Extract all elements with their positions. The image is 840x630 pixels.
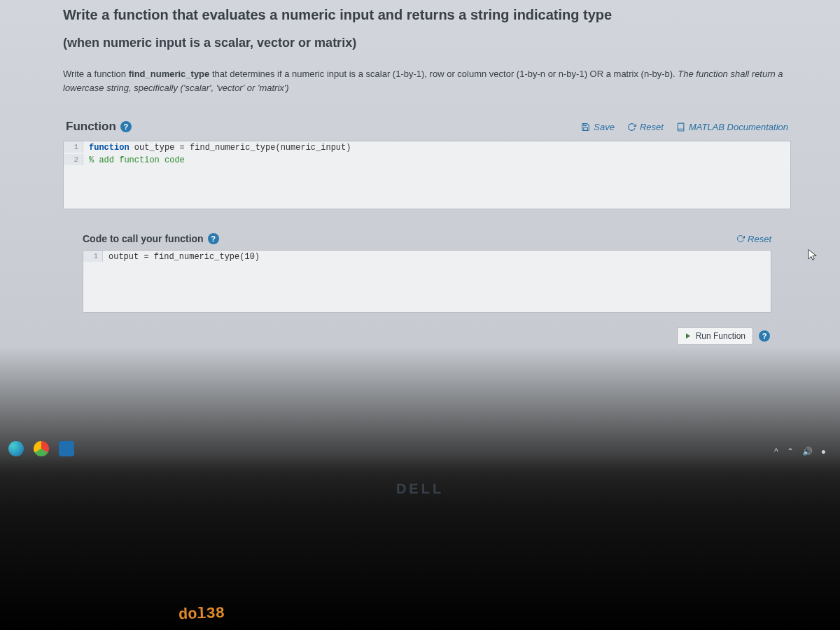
- run-label: Run Function: [696, 331, 746, 341]
- clock-icon[interactable]: ●: [821, 447, 826, 456]
- play-icon: [685, 332, 692, 340]
- code-content: function out_type = find_numeric_type(nu…: [83, 141, 356, 154]
- desc-text-mid: that determines if a numeric input is a …: [209, 69, 678, 79]
- reset-icon: [627, 122, 636, 132]
- edge-icon[interactable]: [8, 441, 24, 456]
- desc-text-pre: Write a function: [63, 69, 129, 79]
- matlab-docs-link[interactable]: MATLAB Documentation: [676, 122, 788, 132]
- reset-icon: [736, 234, 745, 243]
- call-code-editor[interactable]: 1 output = find_numeric_type(10): [83, 250, 771, 313]
- volume-icon[interactable]: 🔊: [802, 447, 813, 456]
- docs-label: MATLAB Documentation: [689, 122, 788, 132]
- line-number: 2: [64, 154, 83, 165]
- taskbar-left: [8, 441, 74, 456]
- system-tray: ^ ⌃ 🔊 ●: [774, 447, 826, 456]
- desc-function-name: find_numeric_type: [129, 69, 210, 79]
- function-section-title: Function ?: [66, 120, 132, 134]
- vscode-icon[interactable]: [59, 441, 74, 456]
- chevron-up-icon[interactable]: ^: [774, 447, 778, 456]
- laptop-brand: DELL: [396, 481, 444, 497]
- call-section: Code to call your function ? Reset 1 out…: [63, 233, 791, 363]
- call-reset-button[interactable]: Reset: [736, 234, 771, 244]
- function-label: Function: [66, 120, 116, 134]
- code-text: out_type = find_numeric_type(numeric_inp…: [130, 143, 351, 153]
- call-reset-label: Reset: [748, 234, 771, 244]
- code-text: output = find_numeric_type(10): [103, 251, 265, 263]
- help-icon[interactable]: ?: [208, 233, 219, 244]
- line-number: 1: [64, 141, 83, 153]
- reset-button[interactable]: Reset: [627, 122, 664, 132]
- code-line: 1 output = find_numeric_type(10): [83, 251, 771, 263]
- call-section-title: Code to call your function ?: [83, 233, 219, 244]
- cursor-icon: [806, 247, 819, 262]
- code-line: 2 % add function code: [64, 154, 790, 167]
- chrome-icon[interactable]: [34, 441, 49, 456]
- line-number: 1: [83, 251, 103, 262]
- code-comment: % add function code: [83, 154, 190, 167]
- code-line: 1 function out_type = find_numeric_type(…: [64, 141, 790, 154]
- svg-marker-0: [686, 333, 690, 339]
- problem-page: Write a function that evaluates a numeri…: [0, 0, 840, 363]
- wifi-icon[interactable]: ⌃: [787, 447, 794, 456]
- help-icon[interactable]: ?: [759, 330, 770, 342]
- reset-label: Reset: [640, 122, 664, 132]
- book-icon: [676, 122, 685, 132]
- problem-title: Write a function that evaluates a numeri…: [63, 7, 791, 23]
- run-row: Run Function ?: [83, 327, 771, 345]
- save-button[interactable]: Save: [581, 122, 615, 132]
- function-code-editor[interactable]: 1 function out_type = find_numeric_type(…: [63, 141, 791, 209]
- problem-subtitle: (when numeric input is a scalar, vector …: [63, 36, 791, 50]
- section-divider: [83, 362, 771, 363]
- run-function-button[interactable]: Run Function: [677, 327, 753, 345]
- save-icon: [581, 122, 590, 132]
- help-icon[interactable]: ?: [120, 121, 132, 132]
- orange-text: dol38: [178, 605, 225, 624]
- save-label: Save: [594, 122, 615, 132]
- function-section-header: Function ? Save Reset MATLAB Documentati…: [63, 120, 791, 134]
- call-label: Code to call your function: [83, 233, 204, 244]
- problem-description: Write a function find_numeric_type that …: [63, 67, 791, 94]
- function-section: Function ? Save Reset MATLAB Documentati…: [63, 120, 791, 363]
- function-toolbar: Save Reset MATLAB Documentation: [581, 122, 788, 132]
- keyword: function: [89, 143, 130, 153]
- call-section-header: Code to call your function ? Reset: [83, 233, 771, 244]
